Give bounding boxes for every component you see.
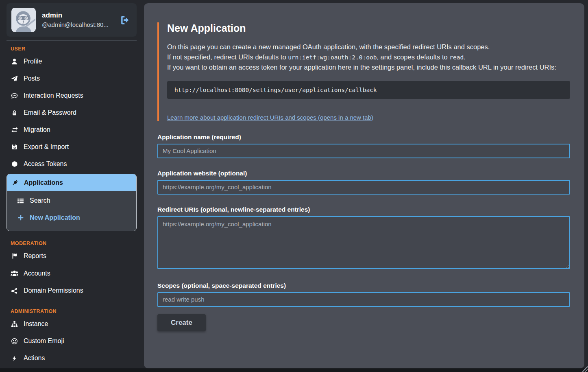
sidebar-item-applications-search[interactable]: Search (7, 192, 136, 209)
sidebar-item-label: Instance (24, 320, 48, 328)
intro2-post: . (464, 53, 466, 61)
sidebar-item-export-import[interactable]: Export & Import (7, 138, 137, 155)
redirect-uris-textarea[interactable] (157, 216, 570, 269)
plus-icon (17, 214, 24, 221)
applications-subnav: Search New Application (7, 191, 136, 231)
sidebar-item-instance[interactable]: Instance (7, 315, 137, 333)
paper-plane-icon (11, 75, 18, 82)
sidebar-item-label: Custom Emoji (24, 337, 64, 345)
application-name-label: Application name (required) (157, 133, 570, 141)
sidebar-item-reports[interactable]: Reports (7, 247, 137, 265)
sidebar-item-access-tokens[interactable]: Access Tokens (7, 155, 137, 173)
users-icon (11, 269, 18, 277)
callback-url-code-block: http://localhost:8080/settings/user/appl… (167, 81, 570, 99)
user-card[interactable]: admin @admin@localhost:80... (7, 3, 137, 37)
sidebar-item-label: Actions (24, 354, 45, 362)
intro-line-2: If not specified, redirect URIs defaults… (167, 52, 570, 63)
user-handle: @admin@localhost:80... (42, 21, 109, 28)
sidebar-item-label: Accounts (24, 270, 50, 277)
sidebar-item-profile[interactable]: Profile (7, 53, 137, 70)
plug-icon (11, 179, 19, 186)
intro-line-1: On this page you can create a new manage… (167, 42, 570, 52)
application-name-input[interactable] (157, 144, 570, 158)
page-title: New Application (167, 22, 570, 34)
intro2-pre: If not specified, redirect URIs defaults… (167, 53, 288, 61)
sidebar-item-label: Search (30, 197, 50, 204)
sidebar-item-label: Export & Import (24, 143, 69, 151)
section-label-moderation: MODERATION (11, 241, 137, 246)
user-name: admin (42, 11, 114, 20)
redirect-uris-group: Redirect URIs (optional, newline-separat… (157, 206, 570, 271)
application-website-label: Application website (optional) (157, 170, 570, 177)
redirect-uris-label: Redirect URIs (optional, newline-separat… (157, 206, 570, 213)
sidebar-item-label: Posts (24, 75, 40, 82)
new-application-panel: New Application On this page you can cre… (144, 3, 584, 368)
flag-icon (11, 253, 18, 259)
sitemap-icon (11, 321, 18, 328)
scopes-group: Scopes (optional, space-separated entrie… (157, 282, 570, 307)
face-smile-icon (11, 338, 18, 345)
arrows-left-right-icon (11, 126, 18, 133)
sidebar-item-label: Applications (24, 179, 63, 186)
sidebar-item-label: Interaction Requests (24, 92, 83, 99)
learn-more-link[interactable]: Learn more about application redirect UR… (167, 114, 373, 121)
settings-sidebar: admin @admin@localhost:80... USER Profil… (7, 3, 137, 367)
sidebar-item-accounts[interactable]: Accounts (7, 265, 137, 282)
sidebar-item-label: Domain Permissions (24, 287, 83, 294)
user-icon (11, 58, 18, 65)
sidebar-item-email-password[interactable]: Email & Password (7, 104, 137, 121)
sidebar-item-label: Profile (24, 58, 42, 65)
create-button[interactable]: Create (157, 314, 206, 331)
comment-dots-icon (11, 92, 18, 99)
list-icon (17, 197, 24, 204)
intro-line-3: If you want to obtain an access token fo… (167, 62, 570, 72)
section-label-user: USER (11, 46, 137, 52)
sidebar-item-applications-new[interactable]: New Application (7, 209, 136, 226)
sidebar-item-label: New Application (30, 214, 80, 221)
sidebar-divider (7, 235, 137, 235)
bottom-window-edge (0, 368, 588, 372)
intro2-mid: , and scopes defaults to (377, 53, 449, 61)
sidebar-item-interaction-requests[interactable]: Interaction Requests (7, 87, 137, 104)
user-names: admin @admin@localhost:80... (42, 11, 114, 28)
section-label-administration: ADMINISTRATION (11, 309, 137, 314)
new-application-form: Application name (required) Application … (157, 133, 570, 331)
share-nodes-icon (11, 287, 18, 294)
application-name-group: Application name (required) (157, 133, 570, 158)
sidebar-item-custom-emoji[interactable]: Custom Emoji (7, 333, 137, 350)
application-website-input[interactable] (157, 180, 570, 195)
sidebar-divider (7, 40, 137, 41)
application-website-group: Application website (optional) (157, 170, 570, 195)
read-code: read (449, 54, 464, 61)
sidebar-item-migration[interactable]: Migration (7, 121, 137, 138)
applications-nav-group: Applications Search New Application (7, 174, 137, 231)
scopes-label: Scopes (optional, space-separated entrie… (157, 282, 570, 289)
bolt-icon (11, 355, 18, 361)
sidebar-item-label: Access Tokens (24, 160, 67, 168)
logout-icon[interactable] (120, 15, 132, 25)
sidebar-item-label: Email & Password (24, 109, 76, 116)
sidebar-item-label: Reports (24, 252, 46, 260)
sidebar-item-actions[interactable]: Actions (7, 350, 137, 367)
floppy-disk-icon (11, 144, 18, 150)
certificate-seal-icon (11, 161, 18, 167)
oauth-info-block: New Application On this page you can cre… (157, 22, 570, 121)
sidebar-item-posts[interactable]: Posts (7, 70, 137, 87)
oob-code: urn:ietf:wg:oauth:2.0:oob (288, 54, 377, 61)
sidebar-item-label: Migration (24, 126, 50, 133)
sidebar-divider (7, 303, 137, 303)
scopes-input[interactable] (157, 292, 570, 307)
avatar (11, 8, 36, 32)
sidebar-item-applications[interactable]: Applications (7, 174, 136, 191)
sidebar-item-domain-permissions[interactable]: Domain Permissions (7, 282, 137, 299)
lock-icon (11, 110, 18, 116)
